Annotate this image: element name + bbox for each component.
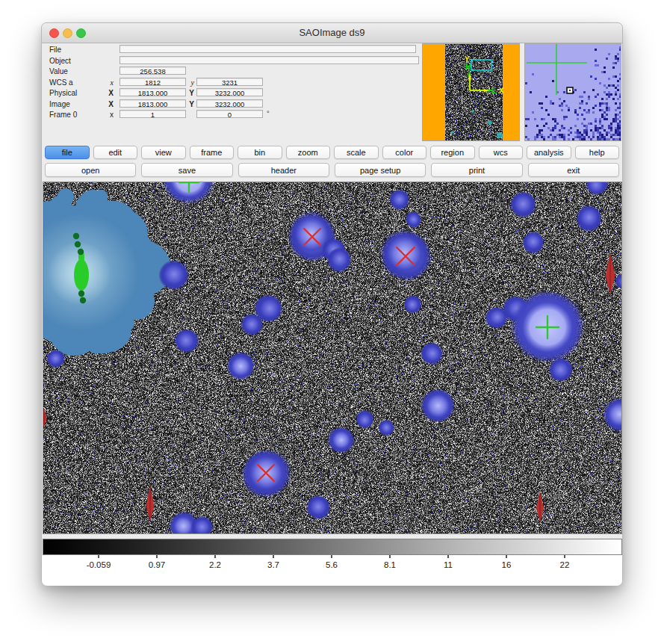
title-bar[interactable]: SAOImage ds9 [42,23,622,43]
menu-zoom[interactable]: zoom [286,146,331,159]
colorbar[interactable] [43,539,622,555]
frame-x-field[interactable]: 1 [120,110,186,118]
colorbar-tick-label: 22 [560,560,570,569]
magnifier-canvas[interactable] [525,44,621,140]
panner-canvas[interactable] [423,44,519,140]
open-button[interactable]: open [45,163,136,177]
colorbar-tick [156,555,158,558]
frame-x-label: x [103,111,114,119]
colorbar-tick-label: 3.7 [267,560,279,569]
menu-view[interactable]: view [141,146,186,159]
physical-y-label: Y [184,89,194,97]
file-button-bar: open save header page setup print exit [45,163,619,177]
value-label: Value [49,67,68,75]
frame-label: Frame 0 [49,111,77,119]
colorbar-tick-label: 11 [444,560,453,569]
colorbar-tick-label: 5.6 [326,560,338,569]
frame-angle-field[interactable]: 0 [196,110,263,118]
object-label: Object [49,57,71,65]
colorbar-tick [273,555,274,558]
window-title: SAOImage ds9 [42,27,622,38]
print-button[interactable]: print [431,163,522,177]
colorbar-tick [214,555,216,558]
save-button[interactable]: save [141,163,232,177]
image-y-label: Y [184,100,194,108]
colorbar-tick-label: -0.059 [87,560,111,569]
menu-frame[interactable]: frame [190,146,235,159]
menu-region[interactable]: region [430,146,475,159]
file-label: File [49,46,61,54]
menu-file[interactable]: file [45,146,90,159]
colorbar-scale: -0.059 0.97 2.2 3.7 5.6 8.1 11 16 22 [42,555,622,586]
image-x-label: X [103,100,114,108]
image-label: Image [49,100,70,108]
sky-image-canvas[interactable] [43,182,621,533]
colorbar-tick [447,555,449,558]
menu-bar: file edit view frame bin zoom scale colo… [45,146,619,159]
menu-bin[interactable]: bin [238,146,282,159]
page-setup-button[interactable]: page setup [335,163,426,177]
wcs-y-label: y [184,78,194,87]
physical-y-field[interactable]: 3232.000 [196,88,263,96]
file-field[interactable] [120,45,416,53]
wcs-label: WCS a [49,78,73,87]
menu-edit[interactable]: edit [93,146,138,159]
degree-symbol: ° [267,110,270,117]
colorbar-tick [389,555,391,558]
header-button[interactable]: header [238,163,329,177]
menu-analysis[interactable]: analysis [527,146,571,159]
menu-color[interactable]: color [382,146,427,159]
colorbar-tick-label: 2.2 [209,560,221,569]
physical-x-label: X [103,89,114,97]
colorbar-tick [98,555,99,558]
colorbar-tick [506,555,507,558]
menu-help[interactable]: help [575,146,620,159]
colorbar-tick-label: 0.97 [149,560,165,569]
menu-wcs[interactable]: wcs [479,146,524,159]
object-field[interactable] [120,56,419,64]
ds9-window: SAOImage ds9 File Object Value 256.538 W… [41,22,623,585]
colorbar-tick-label: 8.1 [384,560,396,569]
physical-x-field[interactable]: 1813.000 [120,88,186,96]
value-field[interactable]: 256.538 [120,66,186,75]
physical-label: Physical [49,89,77,97]
wcs-y-field[interactable]: 3231 [196,78,263,86]
panner-panel[interactable] [422,43,520,141]
image-x-field[interactable]: 1813.000 [120,99,186,108]
image-y-field[interactable]: 3232.000 [196,99,263,108]
colorbar-tick-label: 16 [502,560,512,569]
wcs-x-label: x [103,78,114,87]
menu-scale[interactable]: scale [334,146,379,159]
image-display[interactable] [43,182,622,534]
magnifier-panel[interactable] [524,43,621,141]
colorbar-tick [331,555,332,558]
exit-button[interactable]: exit [528,163,619,177]
colorbar-tick [564,555,565,558]
wcs-x-field[interactable]: 1812 [120,78,186,86]
